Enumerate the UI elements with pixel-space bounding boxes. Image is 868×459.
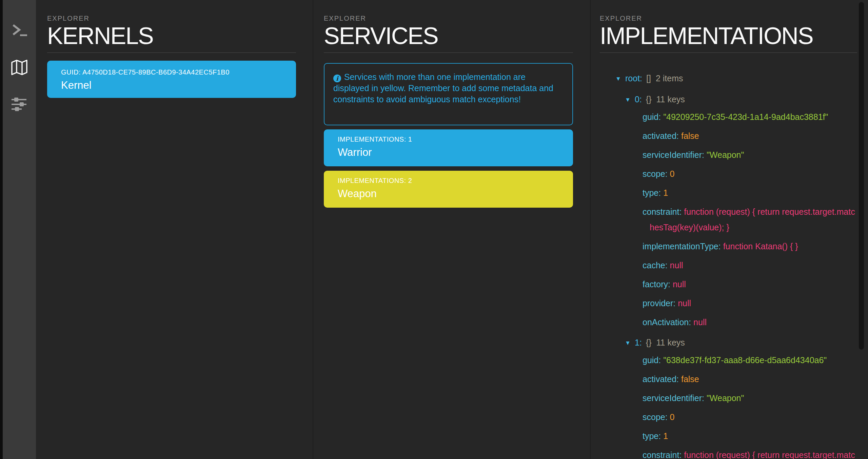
service-impl-count: IMPLEMENTATIONS: 1 xyxy=(338,135,573,143)
service-name: Weapon xyxy=(338,188,573,200)
scrollbar-thumb[interactable] xyxy=(859,2,864,350)
tree-value: 1 xyxy=(663,431,668,441)
tree-node-brackets: [] xyxy=(646,74,651,83)
tree-entry-factory: factory: null xyxy=(643,276,857,292)
collapse-arrow-icon[interactable]: ▼ xyxy=(625,92,635,108)
tree-value: "Weapon" xyxy=(707,393,744,403)
tree-key: implementationType: xyxy=(643,242,723,251)
tree-key: provider: xyxy=(643,298,678,308)
tree-item-1: ▼1:{}11 keysguid: "638de37f-fd37-aaa8-d6… xyxy=(625,335,857,459)
explorer-label: EXPLORER xyxy=(47,15,296,22)
info-icon: i xyxy=(333,75,341,82)
tree-node-root: ▼root:[]2 items xyxy=(615,70,857,87)
tree-node-count: 11 keys xyxy=(656,95,685,104)
panels-container: EXPLORER KERNELS GUID: A4750D18-CE75-89B… xyxy=(36,0,868,459)
explorer-label: EXPLORER xyxy=(324,15,573,22)
window-edge xyxy=(0,0,3,459)
tree-value: 0 xyxy=(670,412,675,422)
tree-entry-provider: provider: null xyxy=(643,295,857,311)
tree-entry-constraint: constraint: function (request) { return … xyxy=(643,447,857,459)
tree-key: onActivation: xyxy=(643,317,693,327)
terminal-icon xyxy=(11,23,27,39)
tree-value: "638de37f-fd37-aaa8-d66e-d5aa6d4340a6" xyxy=(663,355,827,365)
tree-key: type: xyxy=(643,188,663,197)
page-title-kernels: KERNELS xyxy=(47,23,296,49)
tree-value: false xyxy=(681,131,699,141)
sidebar-item-settings[interactable] xyxy=(9,97,29,113)
tree-node-brackets: {} xyxy=(646,338,652,347)
tree-key: constraint: xyxy=(643,207,684,216)
tree-entry-guid: guid: "49209250-7c35-423d-1a14-9ad4bac38… xyxy=(643,109,857,125)
tree-entry-onActivation: onActivation: null xyxy=(643,314,857,330)
tree-node-count: 2 items xyxy=(656,74,683,83)
service-name: Warrior xyxy=(338,146,573,159)
tree-key: serviceIdentifier: xyxy=(643,393,707,403)
kernel-guid: GUID: A4750D18-CE75-89BC-B6D9-34A42EC5F1… xyxy=(61,68,296,76)
sidebar-item-terminal[interactable] xyxy=(9,22,29,39)
sliders-icon xyxy=(12,97,27,113)
divider xyxy=(600,53,857,53)
panel-services: EXPLORER SERVICES iServices with more th… xyxy=(313,0,590,459)
panel-implementations: EXPLORER IMPLEMENTATIONS ▼root:[]2 items… xyxy=(590,0,867,459)
tree-entry-type: type: 1 xyxy=(643,185,857,201)
tree-node-label: root: xyxy=(625,74,642,83)
sidebar xyxy=(3,0,36,459)
collapse-arrow-icon[interactable]: ▼ xyxy=(615,71,625,87)
tree-item-0: ▼0:{}11 keysguid: "49209250-7c35-423d-1a… xyxy=(625,91,857,330)
tree-value: function Katana() { } xyxy=(723,242,798,251)
tree-value: "Weapon" xyxy=(707,150,744,160)
divider xyxy=(47,53,296,53)
services-notice: iServices with more than one implementat… xyxy=(324,63,573,125)
tree-key: constraint: xyxy=(643,450,684,459)
panel-kernels: EXPLORER KERNELS GUID: A4750D18-CE75-89B… xyxy=(36,0,313,459)
tree-entry-cache: cache: null xyxy=(643,257,857,273)
tree-value: null xyxy=(673,279,686,289)
tree-key: activated: xyxy=(643,131,681,141)
sidebar-item-map[interactable] xyxy=(9,60,29,76)
tree-entry-guid: guid: "638de37f-fd37-aaa8-d66e-d5aa6d434… xyxy=(643,352,857,368)
tree-entry-type: type: 1 xyxy=(643,428,857,444)
kernel-card[interactable]: GUID: A4750D18-CE75-89BC-B6D9-34A42EC5F1… xyxy=(47,61,296,98)
page-title-services: SERVICES xyxy=(324,23,573,49)
explorer-label: EXPLORER xyxy=(600,15,857,22)
tree-entry-implementationType: implementationType: function Katana() { … xyxy=(643,238,857,254)
tree-node-label: 1: xyxy=(635,338,642,347)
tree-value: 0 xyxy=(670,169,675,179)
tree-entry-constraint: constraint: function (request) { return … xyxy=(643,204,857,235)
tree-node-0: ▼0:{}11 keys xyxy=(625,91,857,108)
tree-key: activated: xyxy=(643,374,681,384)
tree-entry-serviceIdentifier: serviceIdentifier: "Weapon" xyxy=(643,390,857,406)
tree-entry-activated: activated: false xyxy=(643,371,857,387)
page-title-implementations: IMPLEMENTATIONS xyxy=(600,23,857,49)
tree-value: null xyxy=(693,317,707,327)
tree-entry-list: guid: "49209250-7c35-423d-1a14-9ad4bac38… xyxy=(643,109,857,330)
tree-node-label: 0: xyxy=(635,95,642,104)
collapse-arrow-icon[interactable]: ▼ xyxy=(625,335,635,351)
tree-node-1: ▼1:{}11 keys xyxy=(625,335,857,351)
tree-value: "49209250-7c35-423d-1a14-9ad4bac3881f" xyxy=(663,112,828,122)
tree-entry-activated: activated: false xyxy=(643,128,857,144)
tree-value: false xyxy=(681,374,699,384)
tree-key: scope: xyxy=(643,412,670,422)
service-card-weapon[interactable]: IMPLEMENTATIONS: 2Weapon xyxy=(324,171,573,208)
kernel-name: Kernel xyxy=(61,79,296,91)
divider xyxy=(324,53,573,53)
app-window: EXPLORER KERNELS GUID: A4750D18-CE75-89B… xyxy=(0,0,868,459)
tree-node-count: 11 keys xyxy=(656,338,685,347)
tree-key: cache: xyxy=(643,260,670,270)
tree-key: guid: xyxy=(643,112,663,122)
notice-text: Services with more than one implementati… xyxy=(333,72,553,104)
tree-node-brackets: {} xyxy=(646,95,652,104)
tree-entry-list: guid: "638de37f-fd37-aaa8-d66e-d5aa6d434… xyxy=(643,352,857,459)
tree-value: 1 xyxy=(663,188,668,197)
tree-key: type: xyxy=(643,431,663,441)
service-card-list: IMPLEMENTATIONS: 1WarriorIMPLEMENTATIONS… xyxy=(324,129,573,208)
tree-key: scope: xyxy=(643,169,670,179)
tree-entry-scope: scope: 0 xyxy=(643,166,857,182)
json-tree: ▼root:[]2 items▼0:{}11 keysguid: "492092… xyxy=(600,70,857,459)
service-card-warrior[interactable]: IMPLEMENTATIONS: 1Warrior xyxy=(324,129,573,166)
tree-entry-serviceIdentifier: serviceIdentifier: "Weapon" xyxy=(643,147,857,163)
tree-key: guid: xyxy=(643,355,663,365)
tree-key: serviceIdentifier: xyxy=(643,150,707,160)
map-icon xyxy=(11,59,28,77)
